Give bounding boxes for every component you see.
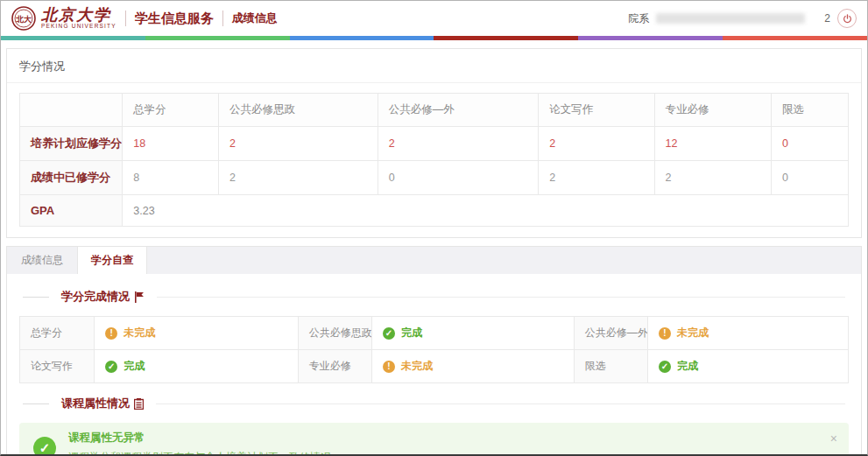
clipboard-icon — [134, 398, 144, 410]
university-name-en: PEKING UNIVERSITY — [41, 24, 116, 30]
check-circle-icon: ✓ — [383, 327, 395, 340]
status-text: 未完成 — [677, 326, 709, 340]
color-ribbon — [1, 36, 867, 40]
logout-button[interactable] — [837, 9, 857, 28]
cell-value: 2 — [378, 127, 539, 161]
header-divider — [125, 11, 126, 26]
ribbon-segment — [723, 36, 867, 40]
check-circle-icon: ✓ — [105, 361, 117, 373]
decor-line — [157, 297, 845, 298]
status-text: 完成 — [677, 359, 698, 374]
cell-value: 0 — [378, 161, 539, 195]
warning-icon: ! — [659, 327, 671, 340]
completion-status-cell: ✓ 完成 — [648, 350, 849, 383]
completion-row: 论文写作 ✓ 完成 专业必修 ! 未完成 限选 — [20, 350, 849, 383]
page-title: 成绩信息 — [232, 11, 278, 26]
warning-icon: ! — [105, 327, 117, 340]
university-logotype: 北京大学 PEKING UNIVERSITY — [41, 7, 116, 30]
app-window: 北大 北京大学 PEKING UNIVERSITY 学生信息服务 成绩信息 院系… — [0, 0, 868, 456]
section-title: 课程属性情况 — [61, 396, 130, 411]
completion-label: 公共必修思政 — [298, 317, 371, 350]
ribbon-segment — [290, 36, 434, 40]
cell-value: 0 — [771, 161, 848, 195]
column-header: 公共必修—外 — [378, 94, 539, 127]
warning-icon: ! — [383, 361, 395, 373]
svg-text:北大: 北大 — [15, 15, 32, 24]
self-check-card: 成绩信息 学分自查 学分完成情况 — [6, 246, 862, 456]
header-divider — [222, 11, 223, 26]
completion-label: 公共必修—外 — [574, 317, 647, 350]
cell-value: 2 — [654, 161, 771, 195]
cell-value: 8 — [123, 161, 219, 195]
header-right-area: 院系 2 — [628, 9, 857, 28]
session-count: 2 — [824, 12, 830, 25]
close-icon[interactable]: × — [830, 432, 837, 445]
completion-label: 论文写作 — [20, 350, 95, 383]
ribbon-segment — [434, 36, 578, 40]
decor-line — [156, 403, 845, 404]
table-row-gpa: GPA 3.23 — [20, 195, 849, 227]
completion-status-cell: ! 未完成 — [372, 350, 575, 383]
cell-value: 2 — [539, 161, 654, 195]
row-label: GPA — [20, 195, 123, 227]
column-header: 限选 — [771, 94, 848, 127]
gpa-value: 3.23 — [123, 195, 849, 227]
tab-strip: 成绩信息 学分自查 — [7, 247, 861, 274]
row-label: 培养计划应修学分 — [20, 127, 123, 161]
column-header: 专业必修 — [654, 94, 771, 127]
completion-status-cell: ✓ 完成 — [95, 350, 299, 383]
completion-status-cell: ! 未完成 — [95, 317, 299, 350]
completion-label: 限选 — [574, 350, 647, 383]
check-circle-icon: ✓ — [659, 361, 671, 373]
alert-description: 课程学分和课程类别不存在与个人培养计划不一致的情况。 — [68, 450, 342, 456]
department-label: 院系 — [628, 11, 649, 26]
completion-grid: 总学分 ! 未完成 公共必修思政 ✓ 完成 公共必修—外 — [19, 316, 849, 383]
completion-row: 总学分 ! 未完成 公共必修思政 ✓ 完成 公共必修—外 — [20, 317, 849, 350]
column-header: 公共必修思政 — [219, 94, 378, 127]
ribbon-segment — [145, 36, 290, 40]
decor-line — [23, 297, 49, 298]
completion-status-cell: ! 未完成 — [648, 317, 849, 350]
credit-card-title: 学分情况 — [7, 49, 861, 83]
row-label: 成绩中已修学分 — [20, 161, 123, 195]
power-icon — [843, 14, 852, 24]
success-alert: ✓ 课程属性无异常 课程学分和课程类别不存在与个人培养计划不一致的情况。 × — [19, 423, 849, 456]
ribbon-segment — [578, 36, 723, 40]
credit-table: 总学分 公共必修思政 公共必修—外 论文写作 专业必修 限选 培养计划应修学分 … — [19, 93, 849, 227]
table-row-earned-credits: 成绩中已修学分 8 2 0 2 2 0 — [20, 161, 849, 195]
pku-seal-logo: 北大 — [11, 6, 36, 31]
completion-label: 专业必修 — [298, 350, 371, 383]
status-text: 完成 — [401, 326, 422, 340]
success-check-icon: ✓ — [33, 437, 56, 456]
status-text: 未完成 — [123, 326, 155, 340]
top-header: 北大 北京大学 PEKING UNIVERSITY 学生信息服务 成绩信息 院系… — [1, 1, 867, 36]
cell-value: 2 — [539, 127, 654, 161]
portal-title: 学生信息服务 — [135, 11, 214, 27]
section-header-completion: 学分完成情况 — [23, 289, 845, 305]
section-header-attributes: 课程属性情况 — [23, 396, 845, 411]
tab-credit-self-check[interactable]: 学分自查 — [77, 247, 147, 274]
flag-icon — [134, 291, 145, 303]
university-name-cn: 北京大学 — [41, 7, 116, 23]
credit-table-header-row: 总学分 公共必修思政 公共必修—外 论文写作 专业必修 限选 — [20, 94, 849, 127]
completion-status-cell: ✓ 完成 — [372, 317, 575, 350]
section-title: 学分完成情况 — [61, 289, 130, 305]
cell-value: 0 — [771, 127, 848, 161]
cell-value: 2 — [219, 127, 378, 161]
cell-value: 12 — [654, 127, 771, 161]
alert-title: 课程属性无异常 — [68, 431, 342, 445]
table-row-required-credits: 培养计划应修学分 18 2 2 2 12 0 — [20, 127, 849, 161]
cell-value: 18 — [123, 127, 219, 161]
column-header: 总学分 — [123, 94, 219, 127]
ribbon-segment — [1, 36, 145, 40]
column-header: 论文写作 — [539, 94, 654, 127]
decor-line — [23, 403, 49, 404]
credit-summary-card: 学分情况 总学分 公共必修思政 公共必修—外 论文写作 专业必修 限选 培养计划… — [6, 48, 862, 238]
status-text: 完成 — [123, 359, 145, 374]
redacted-text — [656, 13, 805, 24]
completion-label: 总学分 — [20, 317, 95, 350]
column-header — [20, 94, 123, 127]
self-check-content: 学分完成情况 总学分 ! — [7, 274, 861, 456]
status-text: 未完成 — [401, 359, 433, 374]
tab-grade-info[interactable]: 成绩信息 — [7, 247, 77, 274]
